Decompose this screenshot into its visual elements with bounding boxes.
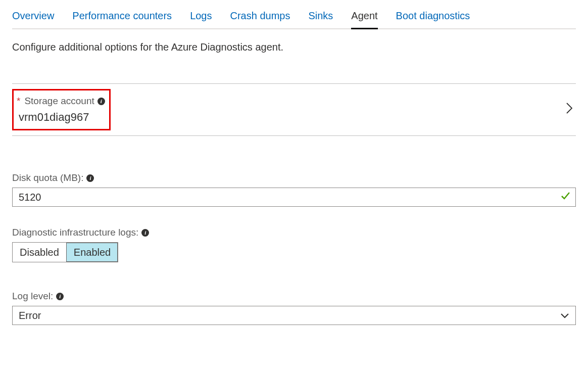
log-level-label-text: Log level: xyxy=(12,291,53,302)
infra-logs-toggle: Disabled Enabled xyxy=(12,242,118,262)
info-icon[interactable]: i xyxy=(86,174,94,182)
info-icon[interactable]: i xyxy=(97,98,105,105)
infra-logs-section: Diagnostic infrastructure logs: i Disabl… xyxy=(12,227,576,262)
disk-quota-input[interactable] xyxy=(18,191,560,204)
disk-quota-input-wrap xyxy=(12,188,576,207)
storage-account-row[interactable]: * Storage account i vrm01diag967 xyxy=(12,84,576,135)
log-level-label: Log level: i xyxy=(12,291,576,302)
storage-account-highlight: * Storage account i vrm01diag967 xyxy=(12,89,111,130)
info-icon[interactable]: i xyxy=(141,229,149,237)
storage-account-label-line: * Storage account i xyxy=(17,96,105,107)
log-level-select[interactable]: Error xyxy=(12,306,576,325)
info-icon[interactable]: i xyxy=(56,293,64,300)
tab-boot-diagnostics[interactable]: Boot diagnostics xyxy=(396,10,470,29)
tab-bar: Overview Performance counters Logs Crash… xyxy=(12,10,576,29)
check-icon xyxy=(560,191,570,204)
tab-agent[interactable]: Agent xyxy=(351,10,377,29)
divider xyxy=(12,135,576,136)
infra-logs-enabled-button[interactable]: Enabled xyxy=(66,243,118,262)
tab-overview[interactable]: Overview xyxy=(12,10,54,29)
tab-sinks[interactable]: Sinks xyxy=(308,10,333,29)
disk-quota-label: Disk quota (MB): i xyxy=(12,172,576,183)
log-level-section: Log level: i Error xyxy=(12,291,576,325)
required-star-icon: * xyxy=(17,96,20,107)
chevron-down-icon xyxy=(560,310,575,321)
storage-account-value: vrm01diag967 xyxy=(17,110,105,125)
chevron-right-icon[interactable] xyxy=(566,102,576,117)
infra-logs-label-text: Diagnostic infrastructure logs: xyxy=(12,227,138,238)
tab-crash-dumps[interactable]: Crash dumps xyxy=(230,10,290,29)
log-level-value: Error xyxy=(13,310,560,321)
tab-performance-counters[interactable]: Performance counters xyxy=(72,10,172,29)
page-description: Configure additional options for the Azu… xyxy=(12,41,576,53)
tab-logs[interactable]: Logs xyxy=(190,10,212,29)
storage-account-label: Storage account xyxy=(24,96,94,107)
infra-logs-disabled-button[interactable]: Disabled xyxy=(13,243,66,262)
disk-quota-label-text: Disk quota (MB): xyxy=(12,172,83,183)
infra-logs-label: Diagnostic infrastructure logs: i xyxy=(12,227,576,238)
disk-quota-section: Disk quota (MB): i xyxy=(12,172,576,207)
